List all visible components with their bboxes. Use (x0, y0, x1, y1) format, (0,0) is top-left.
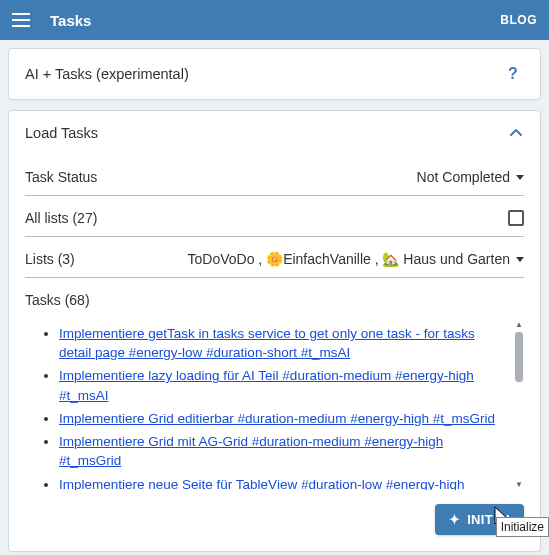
task-list: Implementiere getTask in tasks service t… (25, 324, 524, 490)
tasks-scroll-area: Implementiere getTask in tasks service t… (25, 320, 524, 490)
task-item: Implementiere lazy loading für AI Teil #… (59, 366, 508, 404)
scroll-down-icon[interactable]: ▼ (515, 480, 523, 490)
all-lists-checkbox[interactable] (508, 210, 524, 226)
lists-label: Lists (3) (25, 251, 75, 267)
task-item: Implementiere neue Seite für TableView #… (59, 475, 508, 490)
all-lists-row: All lists (27) (25, 196, 524, 237)
ai-tasks-title: AI + Tasks (experimental) (25, 66, 189, 82)
task-status-row[interactable]: Task Status Not Completed (25, 155, 524, 196)
lists-row[interactable]: Lists (3) ToDoVoDo , 🌼EinfachVanille , 🏡… (25, 237, 524, 278)
scrollbar[interactable]: ▲ ▼ (514, 320, 524, 490)
init-ai-tooltip: Initialize (496, 517, 549, 537)
task-link[interactable]: Implementiere lazy loading für AI Teil #… (59, 368, 474, 402)
load-tasks-title: Load Tasks (25, 125, 98, 141)
all-lists-label: All lists (27) (25, 210, 97, 226)
task-link[interactable]: Implementiere neue Seite für TableView #… (59, 477, 465, 490)
page-title: Tasks (50, 12, 500, 29)
menu-icon[interactable] (12, 8, 36, 32)
scroll-thumb[interactable] (515, 332, 523, 382)
task-item: Implementiere Grid editierbar #duration-… (59, 409, 508, 428)
ai-tasks-card: AI + Tasks (experimental) ? (8, 48, 541, 100)
task-status-value[interactable]: Not Completed (417, 169, 524, 185)
lists-value[interactable]: ToDoVoDo , 🌼EinfachVanille , 🏡 Haus und … (188, 251, 524, 267)
load-tasks-header[interactable]: Load Tasks (9, 111, 540, 155)
load-tasks-card: Load Tasks Task Status Not Completed All… (8, 110, 541, 552)
sparkle-icon: ✦ (449, 513, 460, 526)
task-link[interactable]: Implementiere getTask in tasks service t… (59, 326, 475, 360)
task-link[interactable]: Implementiere Grid mit AG-Grid #duration… (59, 434, 443, 468)
chevron-up-icon[interactable] (508, 125, 524, 141)
task-status-text: Not Completed (417, 169, 510, 185)
blog-link[interactable]: BLOG (500, 13, 537, 27)
caret-down-icon (516, 175, 524, 180)
task-status-label: Task Status (25, 169, 97, 185)
scroll-up-icon[interactable]: ▲ (515, 320, 523, 330)
help-icon[interactable]: ? (502, 63, 524, 85)
ai-tasks-header[interactable]: AI + Tasks (experimental) ? (9, 49, 540, 99)
task-link[interactable]: Implementiere Grid editierbar #duration-… (59, 411, 495, 426)
caret-down-icon (516, 257, 524, 262)
task-item: Implementiere Grid mit AG-Grid #duration… (59, 432, 508, 470)
tasks-count-label: Tasks (68) (25, 292, 524, 308)
task-item: Implementiere getTask in tasks service t… (59, 324, 508, 362)
lists-text: ToDoVoDo , 🌼EinfachVanille , 🏡 Haus und … (188, 251, 510, 267)
